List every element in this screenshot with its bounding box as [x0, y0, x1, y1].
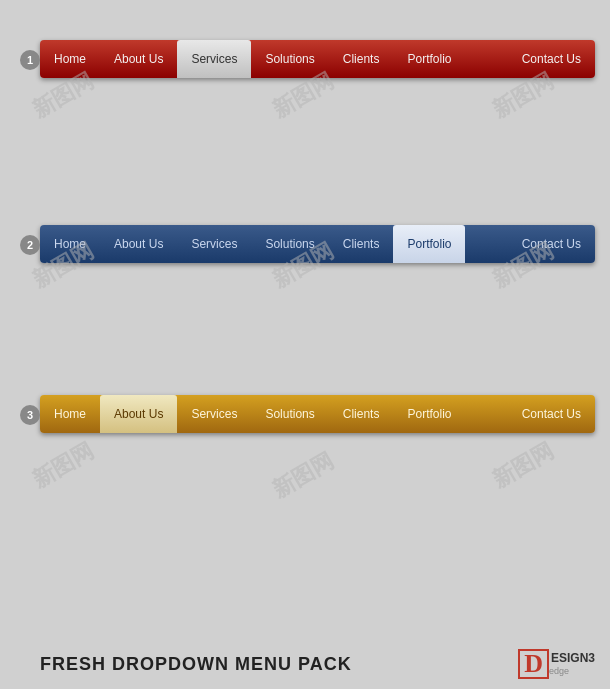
- nav2-about[interactable]: About Us: [100, 225, 177, 263]
- watermark-7b: 新图网: [267, 446, 339, 505]
- step-label-3: 3: [20, 405, 40, 425]
- nav1-portfolio[interactable]: Portfolio: [393, 40, 465, 78]
- nav-section-1: Home About Us Services Solutions Clients…: [40, 40, 595, 78]
- logo-text: ESIGN3: [551, 652, 595, 665]
- nav3-solutions[interactable]: Solutions: [251, 395, 328, 433]
- nav-section-2: Home About Us Services Solutions Clients…: [40, 225, 595, 263]
- nav3-clients[interactable]: Clients: [329, 395, 394, 433]
- nav2-clients[interactable]: Clients: [329, 225, 394, 263]
- logo-text-block: ESIGN3 edge: [549, 652, 595, 675]
- nav1-about[interactable]: About Us: [100, 40, 177, 78]
- nav3-contact[interactable]: Contact Us: [508, 395, 595, 433]
- nav1-services[interactable]: Services: [177, 40, 251, 78]
- nav-bar-1: Home About Us Services Solutions Clients…: [40, 40, 595, 78]
- nav2-portfolio[interactable]: Portfolio: [393, 225, 465, 263]
- nav-section-3: Home About Us Services Solutions Clients…: [40, 395, 595, 433]
- nav2-home[interactable]: Home: [40, 225, 100, 263]
- nav2-services[interactable]: Services: [177, 225, 251, 263]
- nav2-solutions[interactable]: Solutions: [251, 225, 328, 263]
- nav3-services[interactable]: Services: [177, 395, 251, 433]
- nav3-about[interactable]: About Us: [100, 395, 177, 433]
- nav1-home[interactable]: Home: [40, 40, 100, 78]
- step-label-1: 1: [20, 50, 40, 70]
- footer: FRESH DROPDOWN MENU PACK D ESIGN3 edge: [40, 649, 595, 679]
- logo-sub: edge: [549, 666, 595, 676]
- nav1-solutions[interactable]: Solutions: [251, 40, 328, 78]
- logo-d-letter: D: [518, 649, 549, 679]
- nav1-clients[interactable]: Clients: [329, 40, 394, 78]
- step-label-2: 2: [20, 235, 40, 255]
- nav3-portfolio[interactable]: Portfolio: [393, 395, 465, 433]
- footer-logo: D ESIGN3 edge: [518, 649, 595, 679]
- footer-title: FRESH DROPDOWN MENU PACK: [40, 654, 352, 675]
- nav2-contact[interactable]: Contact Us: [508, 225, 595, 263]
- watermark-7: 新图网: [27, 436, 99, 495]
- nav-bar-3: Home About Us Services Solutions Clients…: [40, 395, 595, 433]
- nav-bar-2: Home About Us Services Solutions Clients…: [40, 225, 595, 263]
- nav1-contact[interactable]: Contact Us: [508, 40, 595, 78]
- nav3-home[interactable]: Home: [40, 395, 100, 433]
- watermark-8: 新图网: [487, 436, 559, 495]
